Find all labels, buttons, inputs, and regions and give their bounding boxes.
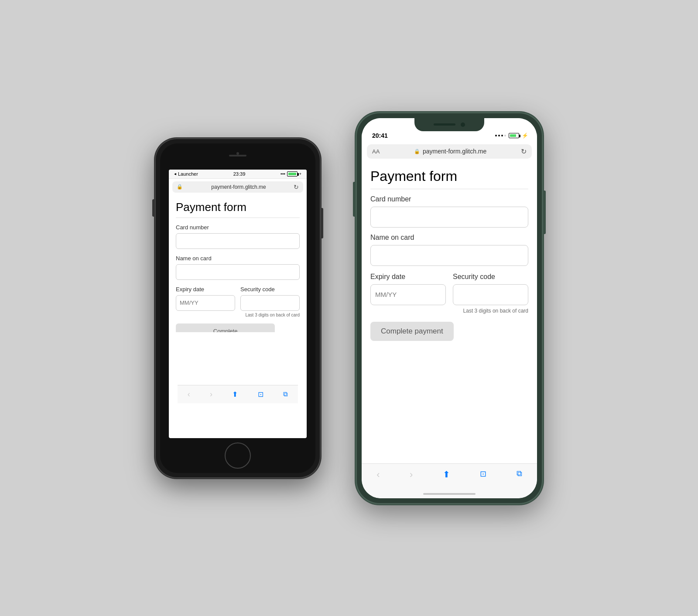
phone2-tabs-icon[interactable]: ⧉	[517, 469, 522, 478]
phone2-security-group: Security code Last 3 digits on back of c…	[453, 273, 528, 314]
phone1-reload-icon[interactable]: ↻	[294, 184, 299, 191]
phone2-security-label: Security code	[453, 273, 528, 281]
phone1-battery-label: +	[299, 172, 301, 176]
phone2-forward-icon[interactable]: ›	[410, 469, 413, 480]
phone1-name-input[interactable]	[176, 264, 300, 280]
phone2-screen: 20:41 ⚡ AA 🔒	[362, 118, 537, 498]
phone1-name-label: Name on card	[176, 255, 300, 262]
phone1-card-number-input[interactable]	[176, 233, 300, 249]
phone2-charging-icon: ⚡	[522, 133, 528, 139]
phone2-card-number-label: Card number	[370, 195, 528, 203]
phone1-status-right: ▪▪▪ +	[281, 171, 301, 177]
dot1	[495, 135, 497, 136]
phone2-card-number-input[interactable]	[370, 207, 528, 228]
phone1-card-number-group: Card number	[176, 224, 300, 249]
phone2-battery-icon	[509, 133, 519, 138]
phone2-name-group: Name on card	[370, 234, 528, 266]
phone2-battery-fill	[510, 134, 516, 137]
phone1-share-icon[interactable]: ⬆	[232, 390, 238, 398]
phone1-button-preview: Complete	[176, 323, 300, 332]
phone2-back-icon[interactable]: ‹	[376, 469, 380, 480]
phone1-home-button[interactable]	[225, 442, 251, 469]
phone1-signal-icon: ▪▪▪	[281, 171, 285, 176]
phone2-signal-dots	[495, 135, 506, 136]
phone2-row-fields: Expiry date Security code Last 3 digits …	[370, 273, 528, 314]
phone2-name-input[interactable]	[370, 245, 528, 266]
phone2-time: 20:41	[372, 132, 388, 139]
phone1-security-hint: Last 3 digits on back of card	[240, 313, 300, 317]
phone1-forward-icon[interactable]: ›	[210, 390, 212, 399]
phone2-toolbar: ‹ › ⬆ ⊡ ⧉	[362, 463, 537, 498]
phone1-toolbar: ‹ › ⬆ ⊡ ⧉	[178, 385, 298, 403]
phone2-bookmarks-icon[interactable]: ⊡	[480, 469, 486, 479]
phone1-bookmarks-icon[interactable]: ⊡	[258, 390, 263, 398]
phone1-lock-icon: 🔒	[177, 184, 183, 190]
phone1-page-content: Payment form Card number Name on card Ex…	[169, 195, 307, 337]
phone2-notch-speaker	[434, 123, 455, 126]
dot4	[504, 135, 506, 136]
phone2-expiry-input[interactable]	[370, 284, 446, 305]
dot3	[501, 135, 503, 136]
phone1-row-fields: Expiry date Security code Last 3 digits …	[176, 286, 300, 317]
phone1-security-input[interactable]	[240, 295, 300, 311]
phone2-expiry-label: Expiry date	[370, 273, 446, 281]
iphone7-device: ◂ Launcher 23:39 ▪▪▪ + 🔒 payment-form.gl…	[155, 138, 321, 478]
phone1-battery-fill	[288, 173, 297, 175]
iphone11-device: 20:41 ⚡ AA 🔒	[356, 112, 543, 504]
phone1-status-left: ◂ Launcher	[174, 171, 198, 177]
phone2-notch-camera	[461, 123, 465, 127]
phone1-time: 23:39	[233, 171, 246, 177]
phone2-card-number-group: Card number	[370, 195, 528, 228]
phone1-back-icon[interactable]: ‹	[188, 390, 190, 399]
phone1-screen: ◂ Launcher 23:39 ▪▪▪ + 🔒 payment-form.gl…	[169, 170, 307, 438]
phone1-expiry-group: Expiry date	[176, 286, 235, 317]
phone2-complete-button[interactable]: Complete payment	[370, 322, 454, 341]
phone2-form-title: Payment form	[370, 168, 528, 189]
phone1-url-bar[interactable]: 🔒 payment-form.glitch.me ↻	[172, 181, 303, 193]
phone2-url: payment-form.glitch.me	[423, 148, 486, 155]
phone2-security-hint: Last 3 digits on back of card	[453, 308, 528, 314]
phone2-lock-icon: 🔒	[414, 149, 420, 154]
phone1-security-label: Security code	[240, 286, 300, 293]
phone2-security-input[interactable]	[453, 284, 528, 305]
phone1-security-group: Security code Last 3 digits on back of c…	[240, 286, 300, 317]
phone1-name-group: Name on card	[176, 255, 300, 280]
phone2-aa-label[interactable]: AA	[372, 148, 380, 155]
phone1-expiry-label: Expiry date	[176, 286, 235, 293]
phone1-form-title: Payment form	[176, 201, 300, 218]
phone2-home-indicator	[423, 493, 476, 495]
phone2-page-content: Payment form Card number Name on card Ex…	[362, 161, 537, 463]
dot2	[498, 135, 500, 136]
phone1-url: payment-form.glitch.me	[211, 184, 266, 190]
phone2-notch	[414, 118, 484, 131]
phone1-battery-icon	[287, 171, 298, 177]
phone1-card-number-label: Card number	[176, 224, 300, 231]
phone1-expiry-input[interactable]	[176, 295, 235, 311]
phone1-launcher-label: Launcher	[178, 171, 198, 177]
phone1-complete-button-partial[interactable]: Complete	[176, 323, 275, 332]
phone2-reload-icon[interactable]: ↻	[521, 147, 527, 156]
phone1-speaker	[229, 155, 246, 157]
phone2-url-bar[interactable]: AA 🔒 payment-form.glitch.me ↻	[367, 144, 532, 159]
phone2-url-wrapper: 🔒 payment-form.glitch.me	[380, 148, 521, 155]
phone2-expiry-group: Expiry date	[370, 273, 446, 314]
phone2-status-right: ⚡	[495, 133, 528, 139]
phone1-status-bar: ◂ Launcher 23:39 ▪▪▪ +	[169, 170, 307, 179]
phone2-share-icon[interactable]: ⬆	[443, 469, 450, 480]
phone2-name-label: Name on card	[370, 234, 528, 242]
phone1-tabs-icon[interactable]: ⧉	[283, 390, 288, 398]
